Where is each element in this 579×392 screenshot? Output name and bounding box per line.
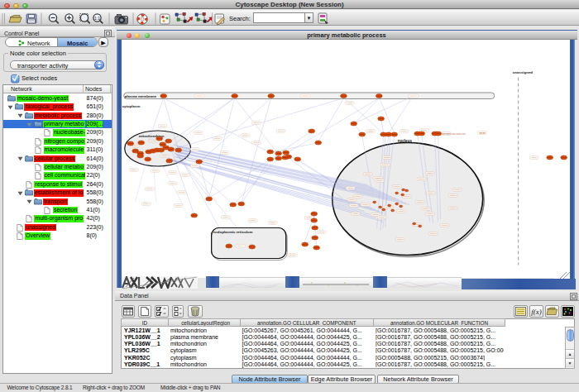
svg-text:xx-xx: xx-xx <box>480 131 486 135</box>
svg-text:f(x): f(x) <box>531 308 542 316</box>
svg-text:unassigned: unassigned <box>513 70 534 74</box>
svg-text:1:1: 1:1 <box>94 16 100 21</box>
svg-text:xxx-xxxx xxx-xxxx xxx: xxx-xxxx xxx-xxxx xxx <box>442 132 467 136</box>
svg-text:nucleus: nucleus <box>398 139 413 143</box>
svg-text:plasma membrane: plasma membrane <box>125 94 157 98</box>
svg-text:endoplasmic reticulum: endoplasmic reticulum <box>213 229 253 233</box>
svg-text:cytoplasm: cytoplasm <box>122 104 141 108</box>
